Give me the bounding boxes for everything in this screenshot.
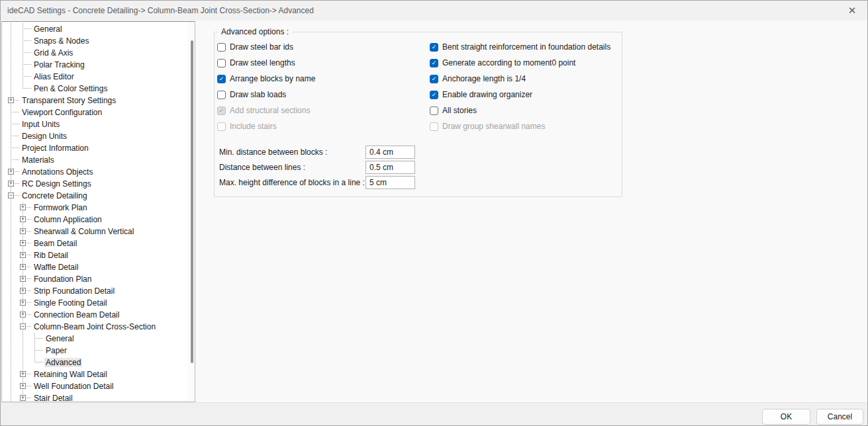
tree-item-strip-foundation-detail[interactable]: +Strip Foundation Detail (2, 285, 195, 297)
tree-item-transparent-story-settings[interactable]: +Transparent Story Settings (2, 95, 195, 106)
expand-icon[interactable]: + (20, 216, 26, 222)
checkbox-bent-straight-reinforcement-in-foundation-details[interactable]: ✓ (430, 43, 438, 52)
tree-guide-line (11, 130, 11, 142)
tree-item-viewport-configuration[interactable]: Viewport Configuration (2, 106, 195, 118)
tree-item-general[interactable]: General (2, 23, 195, 35)
expand-icon[interactable]: + (20, 204, 26, 210)
checkbox-label: Enable drawing organizer (442, 90, 532, 99)
tree-item-label: Retaining Wall Detail (32, 370, 109, 379)
checkbox-generate-according-to-moment0-point[interactable]: ✓ (430, 59, 438, 67)
expand-icon[interactable]: + (20, 288, 26, 294)
tree-item-snaps-nodes[interactable]: Snaps & Nodes (2, 35, 195, 47)
tree-item-input-units[interactable]: Input Units (2, 118, 195, 130)
tree-item-stair-detail[interactable]: +Stair Detail (2, 392, 195, 402)
tree-item-column-beam-joint-cross-section[interactable]: −Column-Beam Joint Cross-Section (2, 321, 195, 333)
tree-item-label: Viewport Configuration (21, 108, 103, 117)
expand-icon[interactable]: + (20, 240, 26, 246)
titlebar: ideCAD Settings - Concrete Detailing-> C… (1, 1, 867, 21)
checkbox-draw-slab-loads[interactable] (217, 91, 226, 99)
tree-item-retaining-wall-detail[interactable]: +Retaining Wall Detail (2, 368, 195, 380)
tree-connector (23, 76, 31, 77)
checkbox-include-stairs (217, 122, 226, 131)
expand-icon[interactable]: + (8, 169, 14, 175)
tree-connector (11, 136, 19, 136)
tree-scrollbar-thumb[interactable] (191, 40, 193, 363)
expand-icon[interactable]: + (20, 383, 26, 389)
collapse-icon[interactable]: − (8, 192, 14, 198)
expand-icon[interactable]: + (20, 312, 26, 318)
checkbox-label: Arrange blocks by name (230, 74, 315, 83)
expand-icon[interactable]: + (20, 371, 26, 377)
tree-item-annotations-objects[interactable]: +Annotations Objects (2, 166, 195, 178)
tree-item-single-footing-detail[interactable]: +Single Footing Detail (2, 297, 195, 309)
checkbox-row-add-structural-sections: ✓Add structural sections (217, 105, 310, 116)
tree-guide-line (11, 357, 11, 368)
tree-item-formwork-plan[interactable]: +Formwork Plan (2, 202, 195, 214)
tree-item-rc-design-settings[interactable]: +RC Design Settings (2, 178, 195, 190)
tree-item-paper[interactable]: Paper (2, 345, 195, 357)
tree-item-materials[interactable]: Materials (2, 154, 195, 166)
tree-item-design-units[interactable]: Design Units (2, 130, 195, 142)
tree-item-beam-detail[interactable]: +Beam Detail (2, 237, 195, 249)
expand-icon[interactable]: + (8, 181, 14, 187)
tree-connector (23, 40, 31, 41)
checkbox-row-generate-according-to-moment0-point: ✓Generate according to moment0 point (430, 58, 575, 68)
distance-between-lines-input[interactable] (365, 161, 415, 174)
expand-icon[interactable]: + (20, 276, 26, 282)
checkbox-row-bent-straight-reinforcement-in-foundation-details: ✓Bent straight reinforcement in foundati… (430, 42, 610, 52)
expand-icon[interactable]: + (20, 395, 26, 401)
checkbox-draw-steel-lengths[interactable] (217, 59, 226, 67)
tree-connector (34, 338, 43, 339)
tree-item-advanced[interactable]: Advanced (2, 357, 195, 368)
expand-icon[interactable]: + (20, 252, 26, 258)
expand-icon[interactable]: + (20, 300, 26, 306)
tree-item-label: Alias Editor (32, 72, 75, 81)
checkbox-arrange-blocks-by-name[interactable]: ✓ (217, 75, 226, 83)
tree-rows: GeneralSnaps & NodesGrid & AxisPolar Tra… (2, 23, 195, 402)
tree-item-project-information[interactable]: Project Information (2, 142, 195, 154)
tree-item-label: Column-Beam Joint Cross-Section (32, 322, 157, 331)
checkbox-row-draw-steel-lengths: Draw steel lengths (217, 58, 295, 68)
tree-item-grid-axis[interactable]: Grid & Axis (2, 47, 195, 59)
tree-scrollbar-track[interactable] (187, 22, 195, 402)
checkbox-label: Anchorage length is 1/4 (442, 74, 526, 83)
tree-item-foundation-plan[interactable]: +Foundation Plan (2, 273, 195, 285)
expand-icon[interactable]: + (20, 228, 26, 234)
tree-item-column-application[interactable]: +Column Application (2, 214, 195, 226)
tree-item-connection-beam-detail[interactable]: +Connection Beam Detail (2, 309, 195, 321)
checkbox-all-stories[interactable] (430, 106, 438, 115)
checkbox-anchorage-length-is-1-4[interactable]: ✓ (430, 75, 438, 83)
tree-guide-line (23, 71, 23, 83)
ok-button[interactable]: OK (762, 409, 810, 425)
checkbox-draw-steel-bar-ids[interactable] (217, 43, 226, 52)
settings-tree[interactable]: GeneralSnaps & NodesGrid & AxisPolar Tra… (1, 21, 195, 402)
tree-connector (11, 112, 19, 112)
settings-dialog: ideCAD Settings - Concrete Detailing-> C… (0, 0, 868, 426)
tree-item-well-foundation-detail[interactable]: +Well Foundation Detail (2, 380, 195, 392)
collapse-icon[interactable]: − (20, 323, 26, 329)
tree-item-polar-tracking[interactable]: Polar Tracking (2, 59, 195, 71)
expand-icon[interactable]: + (8, 97, 14, 103)
checkbox-enable-drawing-organizer[interactable]: ✓ (430, 91, 438, 99)
tree-item-label: Polar Tracking (32, 60, 86, 69)
min-distance-between-blocks-input[interactable] (365, 146, 415, 159)
checkbox-label: Include stairs (230, 122, 277, 131)
tree-item-shearwall-column-vertical[interactable]: +Shearwall & Column Vertical (2, 226, 195, 237)
max-height-difference-of-blocks-in-a-line-input[interactable] (365, 176, 415, 189)
tree-item-waffle-detail[interactable]: +Waffle Detail (2, 261, 195, 273)
tree-item-rib-detail[interactable]: +Rib Detail (2, 249, 195, 261)
tree-item-label: Waffle Detail (32, 263, 79, 272)
tree-item-concrete-detailing[interactable]: −Concrete Detailing (2, 190, 195, 202)
cancel-button[interactable]: Cancel (816, 409, 863, 425)
tree-guide-line (11, 154, 11, 166)
tree-item-label: General (32, 24, 64, 34)
checkbox-label: All stories (442, 106, 477, 115)
checkbox-row-draw-group-shearwall-names: Draw group shearwall names (430, 121, 545, 132)
tree-item-general[interactable]: General (2, 333, 195, 345)
tree-guide-line (23, 333, 23, 345)
expand-icon[interactable]: + (20, 264, 26, 270)
tree-item-pen-color-settings[interactable]: Pen & Color Settings (2, 83, 195, 95)
tree-item-label: Shearwall & Column Vertical (32, 227, 135, 236)
close-icon[interactable]: ✕ (838, 1, 866, 21)
tree-item-alias-editor[interactable]: Alias Editor (2, 71, 195, 83)
